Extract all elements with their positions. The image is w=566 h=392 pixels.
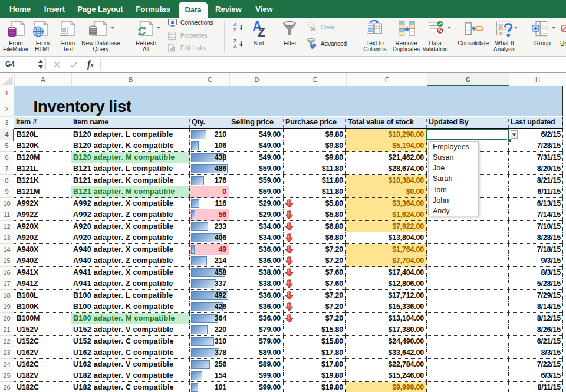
svg-text:Z: Z <box>258 25 265 37</box>
svg-text:Z: Z <box>233 27 236 32</box>
svg-text:A: A <box>233 43 237 48</box>
